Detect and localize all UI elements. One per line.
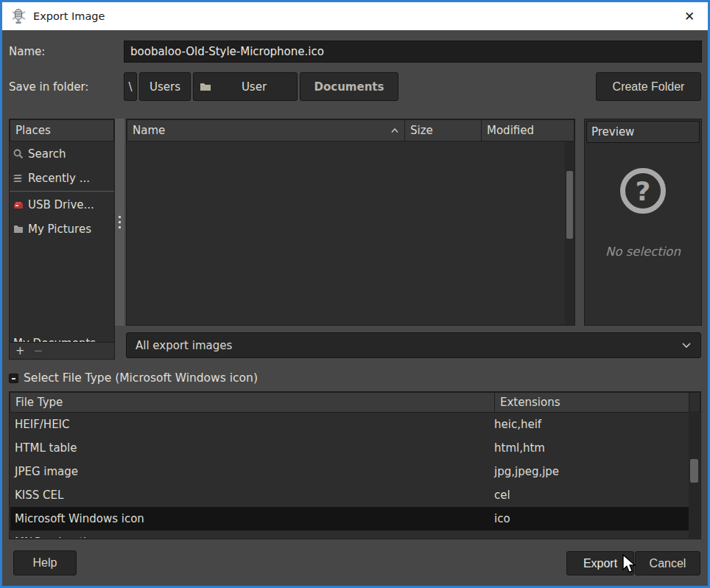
pane-splitter-handle[interactable] xyxy=(115,119,124,326)
breadcrumb: \ Users User Documents xyxy=(124,72,398,101)
close-button[interactable]: ✕ xyxy=(678,7,700,26)
add-place-button[interactable]: + xyxy=(15,346,25,357)
file-type-scrollbar[interactable] xyxy=(689,413,700,538)
file-type-table: File Type Extensions HEIF/HEIC heic,heif… xyxy=(9,391,701,539)
file-list-header: Name Size Modified xyxy=(127,119,574,141)
window-title: Export Image xyxy=(33,10,105,22)
places-item-label: Search xyxy=(28,147,66,161)
usb-icon xyxy=(13,200,24,210)
file-type-rows: HEIF/HEIC heic,heif HTML table html,htm … xyxy=(10,413,689,538)
table-row[interactable]: KISS CEL cel xyxy=(10,483,689,507)
select-file-type-expander[interactable]: Select File Type (Microsoft Windows icon… xyxy=(9,371,258,385)
breadcrumb-documents[interactable]: Documents xyxy=(300,72,398,101)
export-button[interactable]: Export xyxy=(566,551,634,575)
create-folder-button[interactable]: Create Folder xyxy=(596,72,701,101)
places-item-label: Recently ... xyxy=(28,172,90,185)
select-file-type-label: Select File Type (Microsoft Windows icon… xyxy=(24,371,258,385)
save-in-folder-label: Save in folder: xyxy=(9,80,88,94)
places-item-usb-drive[interactable]: USB Drive... xyxy=(10,192,114,217)
recent-icon xyxy=(13,173,24,183)
places-item-my-pictures[interactable]: My Pictures xyxy=(10,217,114,241)
column-header-file-type[interactable]: File Type xyxy=(10,392,495,413)
table-row[interactable]: HTML table html,htm xyxy=(10,436,689,460)
file-list-empty-area[interactable] xyxy=(127,141,565,325)
microphone-app-icon xyxy=(10,7,27,25)
column-header-modified[interactable]: Modified xyxy=(481,119,574,141)
places-separator xyxy=(10,191,114,192)
preview-header: Preview xyxy=(586,121,700,143)
column-header-size[interactable]: Size xyxy=(404,119,482,141)
export-image-dialog: Export Image ✕ Name: Save in folder: \ U… xyxy=(0,0,710,588)
folder-icon xyxy=(200,82,211,91)
places-item-clipped[interactable]: My Documents xyxy=(13,337,96,342)
help-button[interactable]: Help xyxy=(13,550,77,575)
places-header[interactable]: Places xyxy=(10,119,114,141)
remove-place-button[interactable]: − xyxy=(34,346,43,357)
table-row[interactable]: JPEG image jpg,jpeg,jpe xyxy=(10,460,689,483)
file-filter-dropdown[interactable]: All export images xyxy=(126,332,701,358)
file-type-table-header: File Type Extensions xyxy=(10,392,700,413)
collapse-minus-icon xyxy=(9,374,18,383)
file-filter-value: All export images xyxy=(136,339,681,352)
places-item-recent[interactable]: Recently ... xyxy=(10,166,114,190)
places-item-search[interactable]: Search xyxy=(10,141,114,166)
cancel-button[interactable]: Cancel xyxy=(635,551,700,575)
places-toolbar: + − xyxy=(10,342,114,359)
filename-input[interactable] xyxy=(124,41,702,63)
places-item-label: My Pictures xyxy=(28,223,91,236)
no-selection-text: No selection xyxy=(585,245,701,259)
breadcrumb-root[interactable]: \ xyxy=(124,72,137,101)
scrollbar-thumb[interactable] xyxy=(566,171,573,239)
table-row[interactable]: HEIF/HEIC heic,heif xyxy=(10,413,689,436)
name-label: Name: xyxy=(9,45,45,58)
search-icon xyxy=(13,149,24,159)
folder-icon xyxy=(13,225,24,234)
sort-ascending-icon xyxy=(390,126,399,136)
column-header-name[interactable]: Name xyxy=(127,119,405,141)
column-header-extensions[interactable]: Extensions xyxy=(494,392,689,413)
file-list-scrollbar[interactable] xyxy=(565,141,574,325)
table-row-clipped[interactable]: MNG animation mng xyxy=(10,531,689,538)
places-panel: Places Search Recently ... USB Drive... xyxy=(9,119,115,360)
preview-panel: Preview ? No selection xyxy=(584,119,702,326)
breadcrumb-user[interactable]: User xyxy=(193,72,298,101)
chevron-down-icon xyxy=(681,342,692,349)
title-bar: Export Image ✕ xyxy=(2,2,708,30)
question-mark-icon: ? xyxy=(620,168,666,214)
table-row-selected[interactable]: Microsoft Windows icon ico xyxy=(10,507,689,531)
places-item-label: USB Drive... xyxy=(28,198,94,211)
file-list-panel: Name Size Modified xyxy=(126,119,575,326)
scrollbar-thumb[interactable] xyxy=(690,459,698,483)
breadcrumb-users[interactable]: Users xyxy=(139,72,191,101)
places-list: Search Recently ... USB Drive... My Pict xyxy=(10,141,114,342)
